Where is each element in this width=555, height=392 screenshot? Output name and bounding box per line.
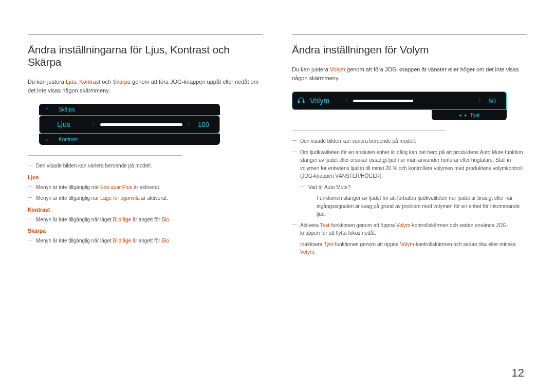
term: Bildläge: [113, 217, 132, 222]
chevron-down-icon: ⌄: [45, 137, 49, 142]
term-skarpa: Skärpa: [113, 79, 131, 85]
term: Bio: [162, 238, 169, 244]
term: Bildläge: [113, 238, 132, 244]
note-ljus-1: Menyn är inte tillgänglig när Eco-spar P…: [28, 183, 263, 192]
column-rule: [28, 34, 263, 34]
text: -kontrollskärmen och sedan öka eller min…: [414, 241, 516, 247]
text: är aktiverat.: [132, 184, 160, 190]
osd-main-label: Volym: [310, 97, 338, 105]
page-content: Ändra inställningarna för Ljus, Kontrast…: [0, 0, 555, 392]
notes-separator: [28, 155, 182, 156]
headphones-icon: [298, 97, 305, 105]
term: Tyst: [320, 222, 329, 228]
left-column: Ändra inställningarna för Ljus, Kontrast…: [28, 34, 263, 377]
term: Tyst: [324, 241, 333, 247]
osd-slider-wrap: 〈 〉: [343, 97, 484, 104]
text: .: [314, 249, 316, 255]
triangle-right-icon: ▸: [465, 113, 467, 118]
triangle-left-icon: ◂: [459, 113, 461, 118]
svg-rect-0: [298, 101, 299, 103]
osd-top-label: Skärpa: [59, 107, 75, 113]
osd-value: 100: [198, 121, 209, 128]
text: Menyn är inte tillgänglig när läget: [36, 238, 113, 244]
osd-row-tyst: ◂ ▸ Tyst: [432, 110, 507, 120]
column-rule: [292, 34, 527, 34]
term-kontrast: Kontrast: [79, 79, 100, 85]
text: .: [169, 217, 171, 222]
osd-main-label: Ljus: [57, 120, 85, 128]
osd-sub-label: Tyst: [470, 113, 479, 118]
term-ljus: Ljus: [66, 79, 76, 85]
note-auto-mute-q: Vad är Auto Mute?: [300, 183, 527, 192]
note-model-vary: Den visade bilden kan variera beroende p…: [28, 162, 263, 170]
section-label-kontrast: Kontrast: [28, 207, 263, 213]
osd-panel-brightness: ⌃ Skärpa Ljus 〈 〉 100 ⌄ Kontrast: [39, 104, 220, 145]
right-intro: Du kan justera Volym genom att föra JOG-…: [292, 65, 527, 82]
text: Menyn är inte tillgänglig när läget: [36, 217, 113, 222]
text: Inaktivera: [300, 241, 324, 247]
note-ljus-2: Menyn är inte tillgänglig när Läge för ö…: [28, 194, 263, 202]
text: .: [169, 238, 171, 244]
section-label-skarpa: Skärpa: [28, 228, 263, 234]
text: Menyn är inte tillgänglig när: [36, 184, 100, 190]
term: Volym: [396, 222, 410, 228]
term: Läge för ögonvila: [100, 195, 140, 201]
notes-separator: [292, 130, 446, 131]
note-skarpa: Menyn är inte tillgänglig när läget Bild…: [28, 237, 263, 245]
note-auto-mute-a: Funktionen stänger av ljudet för att för…: [300, 194, 527, 218]
text: är angett för: [131, 217, 161, 222]
osd-row-skarpa: ⌃ Skärpa: [39, 104, 220, 115]
text: -funktionen genom att öppna: [333, 241, 400, 247]
page-number: 12: [512, 366, 524, 380]
chevron-right-icon: 〉: [188, 121, 193, 128]
term: Volym: [400, 241, 414, 247]
svg-rect-1: [303, 101, 304, 103]
note-kontrast: Menyn är inte tillgänglig när läget Bild…: [28, 216, 263, 224]
left-intro: Du kan justera Ljus, Kontrast och Skärpa…: [28, 78, 263, 95]
term-volym: Volym: [330, 66, 345, 72]
chevron-up-icon: ⌃: [45, 107, 49, 112]
osd-panel-volume: Volym 〈 〉 50 ◂ ▸ Tyst: [292, 91, 507, 120]
osd-slider: [353, 100, 473, 102]
note-activate-tyst: Aktivera Tyst-funktionen genom att öppna…: [292, 221, 527, 237]
left-heading: Ändra inställningarna för Ljus, Kontrast…: [28, 44, 263, 68]
text: är angett för: [131, 238, 161, 244]
right-heading: Ändra inställningen för Volym: [292, 44, 527, 56]
chevron-left-icon: 〈: [343, 97, 348, 104]
text: -funktionen genom att öppna: [329, 222, 396, 228]
text: Menyn är inte tillgänglig när: [36, 195, 100, 201]
text: Du kan justera: [292, 66, 330, 72]
note-model-vary-r: Den visade bilden kan variera beroende p…: [292, 137, 527, 145]
right-column: Ändra inställningen för Volym Du kan jus…: [292, 34, 527, 377]
section-label-ljus: Ljus: [28, 174, 263, 180]
osd-slider: [100, 123, 182, 126]
chevron-right-icon: 〉: [478, 97, 484, 104]
osd-bottom-label: Kontrast: [59, 137, 78, 142]
osd-row-volym: Volym 〈 〉 50: [292, 91, 507, 110]
text: Du kan justera: [28, 79, 66, 85]
osd-row-kontrast: ⌄ Kontrast: [39, 134, 220, 145]
osd-slider-wrap: 〈 〉: [90, 121, 193, 128]
text: är aktiverat.: [140, 195, 168, 201]
osd-value: 50: [489, 97, 496, 105]
note-auto-mute: Om ljudkvaliteten för en ansluten enhet …: [292, 148, 527, 180]
term: Eco-spar Plus: [100, 184, 132, 190]
chevron-left-icon: 〈: [90, 121, 95, 128]
note-deactivate-tyst: Inaktivera Tyst-funktionen genom att öpp…: [292, 240, 527, 256]
text: Aktivera: [300, 222, 320, 228]
term: Bio: [162, 217, 169, 222]
osd-row-ljus: Ljus 〈 〉 100: [39, 115, 220, 134]
term: Volym: [300, 249, 314, 255]
text: och: [100, 79, 113, 85]
